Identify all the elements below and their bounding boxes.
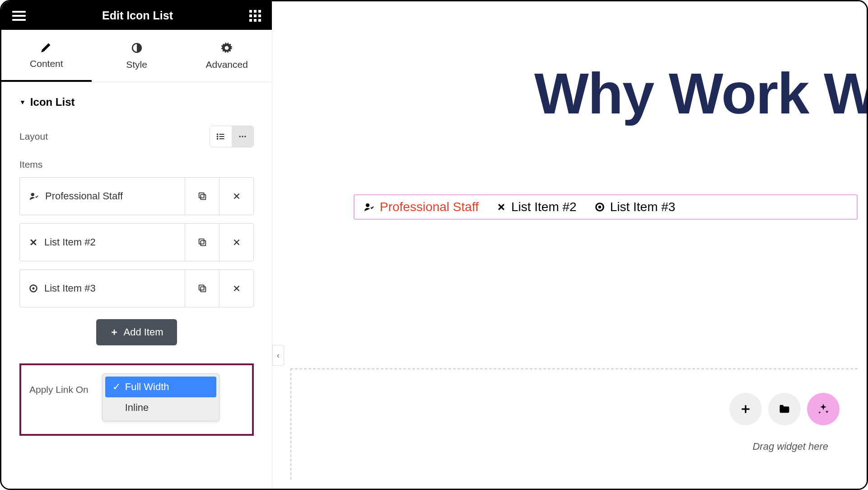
circle-dot-icon bbox=[595, 202, 605, 212]
delete-button[interactable] bbox=[219, 178, 253, 215]
caret-down-icon: ▼ bbox=[19, 99, 26, 106]
more-horizontal-icon bbox=[238, 132, 247, 141]
menu-icon[interactable] bbox=[12, 11, 26, 21]
preview-item-label: List Item #2 bbox=[511, 200, 577, 214]
svg-point-8 bbox=[242, 136, 243, 137]
item-handle[interactable]: Professional Staff bbox=[20, 178, 185, 215]
collapse-sidebar-button[interactable]: ‹ bbox=[272, 345, 284, 366]
copy-icon bbox=[197, 283, 207, 293]
user-check-icon bbox=[29, 191, 39, 201]
section-title: Icon List bbox=[30, 96, 75, 108]
svg-point-5 bbox=[217, 136, 218, 137]
layout-row: Layout bbox=[19, 126, 254, 147]
preview-item[interactable]: Professional Staff bbox=[364, 200, 479, 214]
svg-point-29 bbox=[366, 203, 369, 207]
editor-title: Edit Icon List bbox=[26, 9, 249, 22]
dropdown-option-inline[interactable]: Inline bbox=[105, 397, 216, 418]
drag-hint: Drag widget here bbox=[752, 441, 828, 452]
close-icon bbox=[232, 283, 242, 293]
list-item: Professional Staff bbox=[19, 177, 254, 215]
svg-rect-12 bbox=[199, 193, 204, 198]
dropdown-menu: ✓ Full Width Inline bbox=[102, 373, 219, 421]
tab-advanced[interactable]: Advanced bbox=[182, 30, 272, 82]
svg-point-7 bbox=[239, 136, 241, 137]
editor-topbar: Edit Icon List bbox=[1, 1, 272, 30]
layout-list-option[interactable] bbox=[210, 126, 232, 147]
tab-style[interactable]: Style bbox=[92, 30, 182, 82]
tab-label: Style bbox=[126, 59, 147, 70]
svg-rect-23 bbox=[201, 287, 205, 292]
delete-button[interactable] bbox=[219, 270, 253, 307]
section-icon-list[interactable]: ▼ Icon List bbox=[19, 96, 254, 108]
svg-point-33 bbox=[598, 206, 601, 208]
svg-point-6 bbox=[217, 138, 218, 139]
user-check-icon bbox=[364, 202, 374, 212]
apply-link-dropdown[interactable]: ✓ Full Width Inline bbox=[102, 373, 219, 421]
delete-button[interactable] bbox=[219, 224, 253, 261]
apply-link-on-control: Apply Link On ✓ Full Width Inline bbox=[19, 363, 254, 436]
chevron-left-icon: ‹ bbox=[277, 351, 280, 360]
gear-icon bbox=[221, 42, 233, 54]
close-icon bbox=[232, 191, 242, 201]
svg-rect-18 bbox=[199, 239, 204, 244]
x-icon bbox=[497, 203, 506, 212]
x-icon bbox=[29, 238, 38, 247]
preview-item[interactable]: List Item #3 bbox=[595, 200, 676, 214]
svg-point-4 bbox=[217, 134, 218, 135]
plus-icon bbox=[740, 403, 751, 415]
folder-button[interactable] bbox=[768, 393, 801, 425]
list-item: List Item #3 bbox=[19, 269, 254, 307]
duplicate-button[interactable] bbox=[185, 178, 219, 215]
sparkle-icon bbox=[817, 403, 830, 415]
page-heading[interactable]: Why Work W bbox=[534, 60, 867, 127]
add-widget-button[interactable] bbox=[729, 393, 762, 425]
layout-label: Layout bbox=[19, 131, 48, 142]
tab-content[interactable]: Content bbox=[1, 30, 92, 82]
apply-link-label: Apply Link On bbox=[29, 384, 89, 395]
folder-icon bbox=[778, 403, 791, 415]
check-icon: ✓ bbox=[112, 381, 121, 393]
copy-icon bbox=[197, 237, 207, 247]
contrast-icon bbox=[131, 42, 143, 54]
item-label: Professional Staff bbox=[45, 190, 123, 202]
item-label: List Item #3 bbox=[44, 283, 96, 294]
ai-button[interactable] bbox=[807, 393, 840, 425]
item-handle[interactable]: List Item #2 bbox=[20, 224, 185, 261]
add-item-label: Add Item bbox=[123, 326, 163, 338]
preview-item-label: Professional Staff bbox=[380, 200, 479, 214]
plus-icon bbox=[110, 328, 119, 337]
option-label: Inline bbox=[125, 402, 149, 414]
list-icon bbox=[216, 132, 225, 141]
option-label: Full Width bbox=[125, 381, 169, 393]
layout-inline-option[interactable] bbox=[232, 126, 253, 147]
add-item-button[interactable]: Add Item bbox=[96, 319, 177, 345]
preview-item-label: List Item #3 bbox=[610, 200, 676, 214]
preview-item[interactable]: List Item #2 bbox=[497, 200, 577, 214]
svg-rect-17 bbox=[201, 240, 205, 245]
svg-point-9 bbox=[244, 136, 246, 137]
pencil-icon bbox=[41, 41, 52, 53]
svg-point-22 bbox=[33, 287, 35, 290]
item-label: List Item #2 bbox=[44, 236, 96, 248]
duplicate-button[interactable] bbox=[185, 224, 219, 261]
layout-toggle bbox=[210, 126, 254, 147]
circle-dot-icon bbox=[29, 284, 38, 293]
editor-tabs: Content Style Advanced bbox=[1, 30, 272, 82]
dropdown-option-full-width[interactable]: ✓ Full Width bbox=[105, 377, 216, 397]
svg-rect-24 bbox=[199, 285, 204, 290]
items-label: Items bbox=[19, 159, 254, 170]
svg-point-10 bbox=[31, 193, 34, 196]
content-panel: ▼ Icon List Layout Items bbox=[1, 82, 272, 449]
close-icon bbox=[232, 237, 242, 247]
editor-sidebar: Edit Icon List Content Style Advanced bbox=[1, 1, 272, 489]
items-list: Professional Staff List Item #2 bbox=[19, 177, 254, 307]
duplicate-button[interactable] bbox=[185, 270, 219, 307]
apps-grid-icon[interactable] bbox=[249, 10, 261, 22]
tab-label: Advanced bbox=[205, 59, 247, 70]
svg-rect-11 bbox=[201, 194, 205, 199]
tab-label: Content bbox=[30, 58, 63, 69]
fab-group bbox=[729, 393, 840, 425]
item-handle[interactable]: List Item #3 bbox=[20, 270, 185, 307]
list-item: List Item #2 bbox=[19, 223, 254, 261]
icon-list-widget[interactable]: Professional Staff List Item #2 List Ite… bbox=[354, 194, 858, 220]
